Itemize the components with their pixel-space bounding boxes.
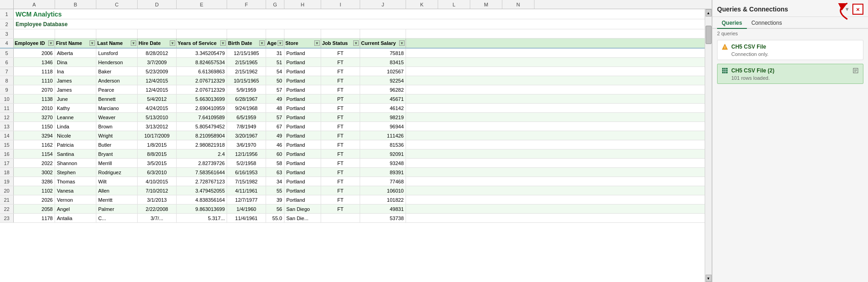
cell-yos[interactable]: 5.805479452 (177, 122, 227, 131)
cell-yos[interactable]: 2.82739726 (177, 159, 227, 167)
cell-lname[interactable]: Marciano (96, 104, 138, 112)
cell-store[interactable]: Portland (284, 58, 321, 66)
filter-btn-fname[interactable]: ▼ (89, 40, 95, 46)
cell-bdate[interactable]: 9/24/1968 (227, 104, 266, 112)
cell-yos[interactable]: 8.210958904 (177, 131, 227, 140)
cell-hdate[interactable]: 10/17/2009 (138, 131, 177, 140)
cell-bdate[interactable]: 3/20/1967 (227, 131, 266, 140)
filter-btn-empid[interactable]: ▼ (48, 40, 54, 46)
cell-jstatus[interactable]: FT (321, 186, 360, 195)
cell-store[interactable]: Portland (284, 67, 321, 76)
cell-hdate[interactable]: 6/3/2010 (138, 168, 177, 177)
cell-hdate[interactable]: 8/8/2015 (138, 149, 177, 158)
cell-hdate[interactable]: 4/24/2015 (138, 104, 177, 112)
cell-empid[interactable]: 1178 (14, 214, 55, 222)
cell-store[interactable]: Portland (284, 94, 321, 103)
cell-lname[interactable]: Bennett (96, 94, 138, 103)
cell-fname[interactable]: Patricia (55, 140, 96, 149)
cell-age[interactable]: 34 (266, 177, 284, 186)
cell-hdate[interactable]: 3/13/2012 (138, 122, 177, 131)
cell-fname[interactable]: Santina (55, 149, 96, 158)
cell-salary[interactable]: 92254 (360, 76, 406, 85)
cell-age[interactable]: 39 (266, 195, 284, 204)
cell-hdate[interactable]: 3/7/... (138, 214, 177, 222)
cell-empid[interactable]: 2026 (14, 195, 55, 204)
cell-hdate[interactable]: 5/23/2009 (138, 67, 177, 76)
filter-btn-salary[interactable]: ▼ (399, 40, 405, 46)
cell-salary[interactable]: 111426 (360, 131, 406, 140)
cell-empid[interactable]: 2058 (14, 205, 55, 213)
cell-salary[interactable]: 106010 (360, 186, 406, 195)
cell-yos[interactable]: 5.317... (177, 214, 227, 222)
cell-yos[interactable]: 2.4 (177, 149, 227, 158)
cell-lname[interactable]: Palmer (96, 205, 138, 213)
cell-jstatus[interactable]: FT (321, 177, 360, 186)
cell-fname[interactable]: Dina (55, 58, 96, 66)
cell-yos[interactable]: 7.64109589 (177, 113, 227, 122)
cell-bdate[interactable]: 5/2/1958 (227, 159, 266, 167)
filter-btn-jstatus[interactable]: ▼ (353, 40, 359, 46)
cell-age[interactable]: 48 (266, 104, 284, 112)
cell-salary[interactable]: 46142 (360, 104, 406, 112)
cell-hdate[interactable]: 4/10/2015 (138, 177, 177, 186)
col-header-n[interactable]: N (502, 0, 534, 9)
cell-empid[interactable]: 3286 (14, 177, 55, 186)
cell-store[interactable]: Portland (284, 159, 321, 167)
cell-empid[interactable]: 1118 (14, 67, 55, 76)
cell-store[interactable]: Portland (284, 49, 321, 57)
cell-bdate[interactable]: 6/5/1959 (227, 113, 266, 122)
filter-btn-age[interactable]: ▼ (278, 40, 283, 46)
cell-jstatus[interactable]: FT (321, 113, 360, 122)
cell-jstatus[interactable]: FT (321, 122, 360, 131)
cell-fname[interactable]: Vernon (55, 195, 96, 204)
cell-yos[interactable]: 4.838356164 (177, 195, 227, 204)
cell-lname[interactable]: Anderson (96, 76, 138, 85)
cell-fname[interactable]: James (55, 85, 96, 94)
cell-age[interactable]: 67 (266, 122, 284, 131)
cell-store[interactable]: Portland (284, 76, 321, 85)
filter-cell-age[interactable]: Age▼ (266, 39, 284, 48)
cell-lname[interactable]: Bryant (96, 149, 138, 158)
cell-empid[interactable]: 2022 (14, 159, 55, 167)
cell-age[interactable]: 63 (266, 168, 284, 177)
cell-age[interactable]: 49 (266, 94, 284, 103)
cell-jstatus[interactable]: FT (321, 49, 360, 57)
cell-lname[interactable]: Baker (96, 67, 138, 76)
cell-fname[interactable]: Angel (55, 205, 96, 213)
cell-hdate[interactable]: 8/28/2012 (138, 49, 177, 57)
cell-fname[interactable]: Vanesa (55, 186, 96, 195)
col-header-f[interactable]: F (227, 0, 266, 9)
filter-cell-empid[interactable]: Employee ID▼ (14, 39, 55, 48)
cell-empid[interactable]: 1154 (14, 149, 55, 158)
cell-bdate[interactable]: 11/4/1961 (227, 214, 266, 222)
col-header-m[interactable]: M (470, 0, 502, 9)
cell-yos[interactable]: 5.663013699 (177, 94, 227, 103)
cell-salary[interactable]: 101822 (360, 195, 406, 204)
cell-bdate[interactable]: 10/15/1965 (227, 76, 266, 85)
cell-age[interactable]: 55.0 (266, 214, 284, 222)
cell-age[interactable]: 55 (266, 186, 284, 195)
col-header-e[interactable]: E (177, 0, 227, 9)
cell-salary[interactable]: 92091 (360, 149, 406, 158)
cell-store[interactable]: San Die... (284, 214, 321, 222)
cell-store[interactable]: Portland (284, 186, 321, 195)
cell-fname[interactable]: Antalia (55, 214, 96, 222)
cell-empid[interactable]: 1346 (14, 58, 55, 66)
cell-lname[interactable]: Wilt (96, 177, 138, 186)
col-header-a[interactable]: A (14, 0, 55, 9)
cell-store[interactable]: Portland (284, 168, 321, 177)
cell-salary[interactable]: 75818 (360, 49, 406, 57)
edit-icon[interactable] (852, 67, 859, 74)
col-header-b[interactable]: B (55, 0, 96, 9)
cell-bdate[interactable]: 6/28/1967 (227, 94, 266, 103)
cell-jstatus[interactable]: FT (321, 195, 360, 204)
cell-salary[interactable]: 53738 (360, 214, 406, 222)
cell-lname[interactable]: Merritt (96, 195, 138, 204)
filter-cell-lname[interactable]: Last Name▼ (96, 39, 138, 48)
cell-bdate[interactable]: 7/8/1949 (227, 122, 266, 131)
cell-yos[interactable]: 8.824657534 (177, 58, 227, 66)
cell-hdate[interactable]: 12/4/2015 (138, 76, 177, 85)
filter-cell-hdate[interactable]: Hire Date▼ (138, 39, 177, 48)
cell-empid[interactable]: 2006 (14, 49, 55, 57)
cell-jstatus[interactable]: FT (321, 67, 360, 76)
